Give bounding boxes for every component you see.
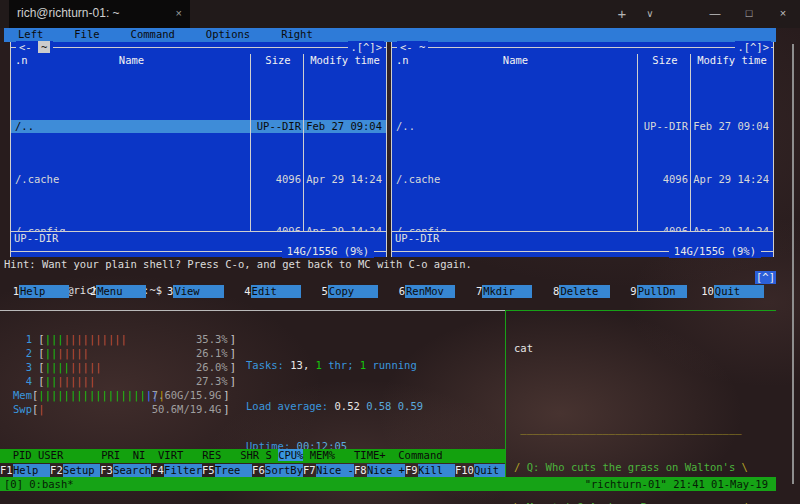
titlebar: rich@richturn-01: ~ × + ∨ — □ × [0, 0, 800, 28]
file-list: /.. UP--DIR Feb 27 09:04 /.cache 4096 Ap… [11, 67, 386, 231]
cpu-meter: 3 [|||||||||26.0%] [12, 360, 236, 374]
column-modify-time[interactable]: Modify time [304, 54, 386, 67]
column-divider [637, 54, 638, 231]
panel-mini-status: UP--DIR [392, 232, 773, 245]
function-key-button[interactable]: F9 Kill [405, 464, 455, 477]
sort-indicator: .n [396, 54, 409, 67]
column-divider [303, 54, 304, 231]
panel-corner-controls[interactable]: .[^]> [348, 41, 384, 54]
function-key-button[interactable]: F8 Nice + [354, 464, 405, 477]
sort-column-cpu[interactable]: CPU% [278, 449, 303, 461]
file-row[interactable]: /.cache 4096 Apr 29 14:24 [11, 173, 386, 186]
function-key-button[interactable]: 2 Menu [81, 285, 158, 298]
new-tab-icon[interactable]: + [608, 0, 636, 28]
function-key-button[interactable]: 3 View [158, 285, 235, 298]
panel-mini-status: UP--DIR [11, 232, 386, 245]
cowsay-bubble-line: / Q: Who cuts the grass on Walton's \ [514, 461, 776, 474]
function-key-button[interactable]: F4 Filter [151, 464, 202, 477]
tmux-status-bar: [0] 0:bash* "richturn-01" 21:41 01-May-1… [0, 477, 776, 491]
panel-column-headers: .nName Size Modify time [392, 54, 773, 67]
panel-path[interactable]: <- ~ [16, 41, 53, 54]
panel-corner-controls[interactable]: .[^]> [735, 41, 771, 54]
minimize-icon[interactable]: — [698, 0, 732, 28]
mc-right-panel: <- ~ .[^]> .nName Size Modify time /.. U… [391, 42, 774, 257]
memory-meter: Mem[||||||||||||||||||||7.60G/15.9G] [12, 388, 236, 402]
file-list: /.. UP--DIR Feb 27 09:04 /.cache 4096 Ap… [392, 67, 773, 231]
mc-left-panel: <- ~ .[^]> .nName Size Modify time /.. U… [10, 42, 387, 257]
function-key-button[interactable]: 8 Delete [544, 285, 621, 298]
current-directory: ~ [38, 41, 50, 53]
function-key-button[interactable]: F6 SortBy [252, 464, 303, 477]
mc-menu-item[interactable]: Left [18, 28, 43, 42]
process-table-header[interactable]: PID USER PRI NI VIRT RES SHR S CPU% MEM%… [0, 449, 505, 462]
command-text: cat [514, 342, 776, 355]
column-divider [250, 54, 251, 231]
function-key-button[interactable]: 5 Copy [313, 285, 390, 298]
panel-bottom-border: 14G/155G (9%) [392, 245, 773, 257]
function-key-button[interactable]: F1 Help [0, 464, 50, 477]
scrollbar[interactable] [792, 44, 794, 484]
function-key-button[interactable]: 9 PullDn [622, 285, 699, 298]
cpu-meter: 4 [||||||||27.3%] [12, 374, 236, 388]
current-directory: ~ [419, 41, 425, 53]
htop-pane[interactable]: 1 [|||||||||||||35.3%] 2 [|||||||26.1%] … [0, 310, 505, 477]
htop-meters: 1 [|||||||||||||35.3%] 2 [|||||||26.1%] … [12, 332, 236, 416]
function-key-button[interactable]: 4 Edit [236, 285, 313, 298]
tab-title: rich@richturn-01: ~ [17, 7, 168, 20]
mc-menu-item[interactable]: Command [131, 28, 175, 42]
function-key-button[interactable]: F10 Quit [455, 464, 505, 477]
tmux-session-window[interactable]: [0] 0:bash* [4, 477, 74, 491]
function-key-button[interactable]: 7 Mkdir [467, 285, 544, 298]
cpu-meter: 1 [|||||||||||||35.3%] [12, 332, 236, 346]
terminal-tab[interactable]: rich@richturn-01: ~ × [9, 0, 190, 28]
column-size[interactable]: Size [639, 54, 691, 67]
close-icon[interactable]: × [766, 0, 800, 28]
mc-function-key-bar: 1 Help 2 Menu 3 View 4 Edit [4, 285, 776, 298]
tab-dropdown-icon[interactable]: ∨ [636, 0, 664, 28]
history-up-badge[interactable]: [^] [755, 271, 776, 284]
panel-column-headers: .nName Size Modify time [11, 54, 386, 67]
terminal-content: LeftFileCommandOptionsRight <- ~ .[^]> .… [0, 28, 800, 504]
free-space-label: 14G/155G (9%) [669, 245, 761, 258]
column-name[interactable]: Name [503, 54, 528, 66]
function-key-button[interactable]: 10 Quit [699, 285, 776, 298]
mc-menubar: LeftFileCommandOptionsRight [4, 28, 776, 42]
load-average-line: Load average: 0.52 0.58 0.59 [246, 399, 423, 413]
tmux-host-clock: "richturn-01" 21:41 01-May-19 [585, 477, 768, 491]
mc-menu-item[interactable]: Right [281, 28, 313, 42]
file-row[interactable]: /.cache 4096 Apr 29 14:24 [392, 173, 773, 186]
mc-menu-item[interactable]: Options [206, 28, 250, 42]
panel-top-border: <- ~ .[^]> [392, 42, 773, 54]
maximize-icon[interactable]: □ [732, 0, 766, 28]
function-key-button[interactable]: F7 Nice - [303, 464, 354, 477]
sort-indicator: .n [15, 54, 28, 67]
panel-bottom-border: 14G/155G (9%) [11, 245, 386, 257]
mc-menu-item[interactable]: File [74, 28, 99, 42]
column-size[interactable]: Size [252, 54, 304, 67]
column-name[interactable]: Name [119, 54, 144, 66]
htop-function-key-bar: F1 Help F2 Setup F3 Search [0, 464, 505, 477]
function-key-button[interactable]: 1 Help [4, 285, 81, 298]
function-key-button[interactable]: 6 RenMov [390, 285, 467, 298]
tmux-bottom-panes: 1 [|||||||||||||35.3%] 2 [|||||||26.1%] … [0, 310, 776, 477]
function-key-button[interactable]: F2 Setup [50, 464, 100, 477]
file-row[interactable]: /.. UP--DIR Feb 27 09:04 [392, 120, 773, 133]
swap-meter: Swp[|50.6M/19.4G] [12, 402, 236, 416]
tasks-line: Tasks: 13, 1 thr; 1 running [246, 358, 423, 372]
function-key-button[interactable]: F3 Search [100, 464, 151, 477]
panel-path[interactable]: <- ~ [397, 41, 428, 54]
shell-pane[interactable]: cat ___________________________________ … [505, 310, 776, 477]
windows-terminal-window: rich@richturn-01: ~ × + ∨ — □ × LeftFile… [0, 0, 800, 504]
cowsay-bubble-top: ___________________________________ [514, 422, 776, 435]
panel-top-border: <- ~ .[^]> [11, 42, 386, 54]
function-key-button[interactable]: F5 Tree [202, 464, 252, 477]
window-controls: — □ × [698, 0, 800, 28]
cpu-meter: 2 [|||||||26.1%] [12, 346, 236, 360]
mc-hint-line: Hint: Want your plain shell? Press C-o, … [4, 258, 472, 271]
file-row[interactable]: /.. UP--DIR Feb 27 09:04 [11, 120, 386, 133]
column-divider [690, 54, 691, 231]
free-space-label: 14G/155G (9%) [282, 245, 374, 258]
column-modify-time[interactable]: Modify time [691, 54, 773, 67]
tab-close-icon[interactable]: × [176, 7, 182, 20]
